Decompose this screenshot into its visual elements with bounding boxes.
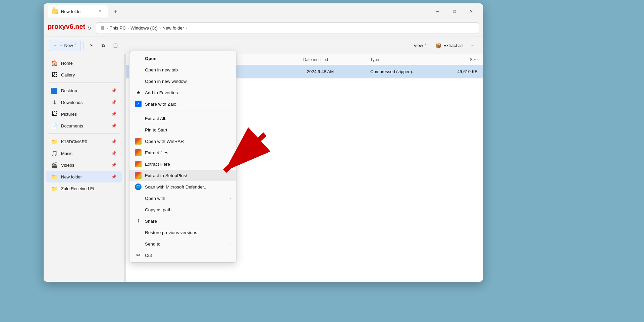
sidebar-item-videos[interactable]: 🎬 Videos 📌 bbox=[46, 159, 122, 171]
sidebar-k15-label: K15DCMAR0 bbox=[61, 139, 87, 144]
watermark: proxyv6.net bbox=[48, 23, 85, 31]
ctx-favorites-label: Add to Favorites bbox=[145, 90, 178, 95]
defender-icon: 🛡 bbox=[135, 183, 142, 190]
paste-button[interactable]: 📋 bbox=[109, 40, 121, 51]
sidebar-downloads-label: Downloads bbox=[61, 100, 83, 105]
winrar-extract-icon bbox=[135, 149, 142, 156]
ctx-extract-to[interactable]: Extract to SetupPlus\ bbox=[129, 170, 236, 181]
ctx-add-favorites[interactable]: ★ Add to Favorites bbox=[129, 87, 236, 98]
refresh-button[interactable]: ↻ bbox=[84, 23, 95, 34]
tab-folder-icon bbox=[52, 9, 58, 14]
sidebar-item-new-folder[interactable]: 📁 New folder 📌 bbox=[46, 171, 122, 182]
path-separator-1: › bbox=[106, 26, 109, 31]
documents-pin-icon: 📌 bbox=[111, 123, 116, 128]
ctx-pin-start[interactable]: Pin to Start bbox=[129, 124, 236, 136]
path-folder[interactable]: New folder bbox=[162, 25, 184, 31]
address-path[interactable]: 🖥 › This PC › Windows (C:) › New folder … bbox=[96, 22, 479, 34]
sidebar-documents-label: Documents bbox=[61, 123, 83, 128]
path-drive[interactable]: Windows (C:) bbox=[130, 25, 158, 31]
ctx-open-tab-label: Open in new tab bbox=[145, 67, 178, 72]
sidebar-item-gallery[interactable]: 🖼 Gallery bbox=[46, 69, 122, 80]
ctx-extract-all[interactable]: Extract All... bbox=[129, 113, 236, 124]
sidebar-separator-1 bbox=[48, 83, 120, 83]
downloads-pin-icon: 📌 bbox=[111, 100, 116, 105]
music-icon: 🎵 bbox=[51, 150, 58, 157]
toolbar-separator-1 bbox=[84, 42, 84, 50]
path-thispc[interactable]: This PC bbox=[110, 25, 126, 31]
tab-close-button[interactable]: × bbox=[97, 8, 103, 15]
videos-icon: 🎬 bbox=[51, 162, 58, 168]
ctx-extract-here[interactable]: Extract Here bbox=[129, 158, 236, 170]
open-window-icon bbox=[135, 78, 142, 85]
file-modified: ...2024 9:48 AM bbox=[303, 69, 370, 74]
send-to-icon bbox=[135, 240, 142, 247]
header-type[interactable]: Type bbox=[370, 57, 437, 62]
ctx-send-to[interactable]: Send to › bbox=[129, 238, 236, 250]
sidebar-item-pictures[interactable]: 🖼 Pictures 📌 bbox=[46, 108, 122, 120]
tab-area: New folder × + bbox=[48, 5, 430, 17]
view-label: View bbox=[414, 43, 423, 48]
sidebar-item-zalo[interactable]: 📁 Zalo Received Fi bbox=[46, 183, 122, 194]
minimize-button[interactable]: ─ bbox=[430, 6, 445, 17]
maximize-button[interactable]: □ bbox=[447, 6, 462, 17]
sidebar-gallery-label: Gallery bbox=[61, 72, 75, 77]
ctx-open-winrar[interactable]: Open with WinRAR bbox=[129, 136, 236, 147]
ctx-cut[interactable]: ✂ Cut bbox=[129, 250, 236, 261]
favorites-icon: ★ bbox=[135, 89, 142, 96]
sidebar-item-music[interactable]: 🎵 Music 📌 bbox=[46, 148, 122, 159]
ctx-scan-defender[interactable]: 🛡 Scan with Microsoft Defender... bbox=[129, 181, 236, 193]
extract-icon: 📦 bbox=[435, 42, 442, 49]
view-button[interactable]: View ˅ bbox=[410, 40, 430, 51]
sidebar-item-home[interactable]: 🏠 Home bbox=[46, 57, 122, 69]
ctx-copy-path[interactable]: Copy as path bbox=[129, 204, 236, 215]
sidebar-item-downloads[interactable]: ⬇ Downloads 📌 bbox=[46, 97, 122, 108]
header-size[interactable]: Size bbox=[437, 57, 478, 62]
winrar-here-icon bbox=[135, 161, 142, 167]
more-options-button[interactable]: ··· bbox=[467, 40, 478, 51]
sidebar-item-k15dcmar0[interactable]: 📁 K15DCMAR0 📌 bbox=[46, 136, 122, 147]
pin-start-icon bbox=[135, 126, 142, 133]
sidebar-item-documents[interactable]: 📄 Documents 📌 bbox=[46, 120, 122, 131]
title-bar: New folder × + ─ □ ✕ bbox=[44, 3, 483, 19]
ctx-copy-path-label: Copy as path bbox=[145, 207, 172, 212]
ctx-open-new-tab[interactable]: Open in new tab bbox=[129, 64, 236, 75]
ctx-extract-files-label: Extract files... bbox=[145, 150, 172, 155]
ctx-share[interactable]: ⤴ Share bbox=[129, 215, 236, 227]
more-icon: ··· bbox=[471, 43, 474, 48]
ctx-open-with[interactable]: Open with › bbox=[129, 193, 236, 204]
sidebar-item-desktop[interactable]: 🟦 Desktop 📌 bbox=[46, 85, 122, 96]
ctx-cut-label: Cut bbox=[145, 253, 152, 258]
copy-button[interactable]: ⧉ bbox=[98, 40, 108, 51]
new-tab-button[interactable]: + bbox=[110, 6, 121, 17]
restore-icon bbox=[135, 229, 142, 236]
sidebar-music-label: Music bbox=[61, 151, 72, 156]
ctx-open[interactable]: Open bbox=[129, 53, 236, 64]
new-button[interactable]: ＋ ＋ New ˅ bbox=[49, 40, 81, 51]
ctx-restore[interactable]: Restore previous versions bbox=[129, 227, 236, 238]
sidebar-new-folder-label: New folder bbox=[61, 174, 82, 179]
sidebar-pictures-label: Pictures bbox=[61, 112, 77, 117]
ctx-extract-here-label: Extract Here bbox=[145, 162, 170, 167]
new-dropdown-icon: ˅ bbox=[75, 43, 77, 48]
active-tab[interactable]: New folder × bbox=[48, 5, 108, 17]
ctx-extract-files[interactable]: Extract files... bbox=[129, 147, 236, 158]
new-folder-pin-icon: 📌 bbox=[111, 174, 116, 179]
ctx-open-with-label: Open with bbox=[145, 196, 165, 201]
close-button[interactable]: ✕ bbox=[464, 6, 479, 17]
ctx-share-zalo[interactable]: Z Share with Zalo bbox=[129, 98, 236, 110]
pictures-icon: 🖼 bbox=[51, 111, 58, 117]
header-modified[interactable]: Date modified bbox=[303, 57, 370, 62]
ctx-scan-label: Scan with Microsoft Defender... bbox=[145, 184, 208, 190]
explorer-window: New folder × + ─ □ ✕ ← → ↑ ↻ 🖥 › This PC… bbox=[44, 3, 483, 282]
new-folder-icon: 📁 bbox=[51, 173, 58, 180]
ctx-separator-1 bbox=[129, 111, 236, 111]
ctx-open-new-window[interactable]: Open in new window bbox=[129, 75, 236, 87]
ctx-pin-start-label: Pin to Start bbox=[145, 127, 167, 132]
extract-all-button[interactable]: 📦 Extract all bbox=[432, 40, 466, 51]
ctx-open-winrar-label: Open with WinRAR bbox=[145, 139, 184, 144]
path-separator-3: › bbox=[158, 26, 162, 31]
sidebar-separator-2 bbox=[48, 133, 120, 134]
ctx-send-to-label: Send to bbox=[145, 241, 161, 247]
main-area: 🏠 Home 🖼 Gallery 🟦 Desktop 📌 ⬇ Downloads… bbox=[44, 54, 483, 282]
cut-button[interactable]: ✂ bbox=[87, 40, 97, 51]
